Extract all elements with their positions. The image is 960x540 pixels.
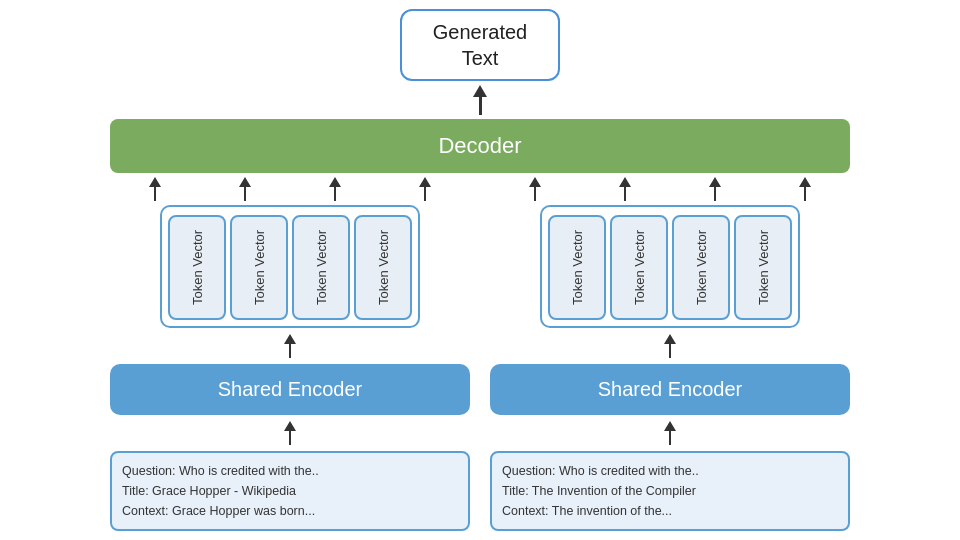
decoder-label: Decoder (438, 133, 521, 158)
left-encoder-box: Shared Encoder (110, 364, 470, 415)
arrow-head (664, 334, 676, 344)
arrows-to-decoder-row (110, 175, 850, 203)
right-token-group: Token Vector Token Vector Token Vector T… (540, 205, 800, 328)
left-input-arrow (284, 421, 296, 445)
tv-label-4: Token Vector (376, 230, 391, 305)
decoder-box: Decoder (110, 119, 850, 173)
encoders-row: Shared Encoder Shared Encoder (110, 364, 850, 415)
arrow-tv-8 (799, 177, 811, 201)
arrow-head (799, 177, 811, 187)
arrow-shaft (714, 187, 717, 201)
arrows-input-to-encoder (110, 418, 850, 448)
token-vector-8: Token Vector (734, 215, 792, 320)
arrow-shaft (244, 187, 247, 201)
right-encoder-arrow (664, 334, 676, 358)
right-input-arrow (664, 421, 676, 445)
arrow-head (473, 85, 487, 97)
right-encoder-label: Shared Encoder (598, 378, 743, 400)
generated-text-box: Generated Text (400, 9, 560, 81)
left-token-group: Token Vector Token Vector Token Vector T… (160, 205, 420, 328)
arrow-head (619, 177, 631, 187)
arrow-shaft (669, 344, 672, 358)
right-arrows-top (490, 177, 850, 201)
token-vector-5: Token Vector (548, 215, 606, 320)
arrow-tv-7 (709, 177, 721, 201)
left-input-line2: Title: Grace Hopper - Wikipedia (122, 484, 296, 498)
arrow-shaft (154, 187, 157, 201)
arrow-head (284, 421, 296, 431)
arrow-head (529, 177, 541, 187)
tv-label-8: Token Vector (756, 230, 771, 305)
generated-text-line1: Generated (433, 21, 528, 43)
arrow-shaft (804, 187, 807, 201)
left-encoder-label: Shared Encoder (218, 378, 363, 400)
arrow-tv-6 (619, 177, 631, 201)
token-vector-2: Token Vector (230, 215, 288, 320)
arrow-shaft (334, 187, 337, 201)
tv-label-3: Token Vector (314, 230, 329, 305)
tv-label-2: Token Vector (252, 230, 267, 305)
left-token-group-wrapper: Token Vector Token Vector Token Vector T… (110, 205, 470, 328)
arrow-shaft (669, 431, 672, 445)
token-vector-1: Token Vector (168, 215, 226, 320)
right-input-box: Question: Who is credited with the.. Tit… (490, 451, 850, 531)
left-input-box: Question: Who is credited with the.. Tit… (110, 451, 470, 531)
left-encoder-arrow (284, 334, 296, 358)
arrow-head (284, 334, 296, 344)
token-vector-4: Token Vector (354, 215, 412, 320)
right-group-arrows-top (490, 175, 850, 203)
token-vector-3: Token Vector (292, 215, 350, 320)
generated-text-line2: Text (462, 47, 499, 69)
tv-label-6: Token Vector (632, 230, 647, 305)
arrow-head (709, 177, 721, 187)
left-input-arrow-wrapper (110, 418, 470, 448)
right-input-line2: Title: The Invention of the Compiler (502, 484, 696, 498)
arrow-shaft (534, 187, 537, 201)
left-group-arrows-top (110, 175, 470, 203)
arrow-head (419, 177, 431, 187)
left-encoder-arrow-wrapper (110, 331, 470, 361)
token-vector-7: Token Vector (672, 215, 730, 320)
tv-label-7: Token Vector (694, 230, 709, 305)
arrow-tv-5 (529, 177, 541, 201)
diagram: Generated Text Decoder (20, 9, 940, 531)
left-input-line3: Context: Grace Hopper was born... (122, 504, 315, 518)
tv-label-5: Token Vector (570, 230, 585, 305)
tv-label-1: Token Vector (190, 230, 205, 305)
arrow-head (149, 177, 161, 187)
arrows-encoder-to-tv (110, 331, 850, 361)
arrow-tv-4 (419, 177, 431, 201)
token-vectors-row: Token Vector Token Vector Token Vector T… (110, 205, 850, 328)
right-encoder-box: Shared Encoder (490, 364, 850, 415)
arrow-head (664, 421, 676, 431)
right-input-line3: Context: The invention of the... (502, 504, 672, 518)
right-encoder-arrow-wrapper (490, 331, 850, 361)
arrow-shaft (289, 431, 292, 445)
arrow-tv-2 (239, 177, 251, 201)
input-boxes-row: Question: Who is credited with the.. Tit… (110, 451, 850, 531)
right-input-line1: Question: Who is credited with the.. (502, 464, 699, 478)
right-token-group-wrapper: Token Vector Token Vector Token Vector T… (490, 205, 850, 328)
right-input-arrow-wrapper (490, 418, 850, 448)
arrow-tv-3 (329, 177, 341, 201)
arrow-shaft (624, 187, 627, 201)
token-vector-6: Token Vector (610, 215, 668, 320)
arrow-shaft (424, 187, 427, 201)
arrow-head (239, 177, 251, 187)
arrow-head (329, 177, 341, 187)
arrow-shaft (479, 97, 482, 115)
arrow-generated-to-decoder (473, 85, 487, 115)
left-input-line1: Question: Who is credited with the.. (122, 464, 319, 478)
left-arrows-top (110, 177, 470, 201)
arrow-tv-1 (149, 177, 161, 201)
arrow-shaft (289, 344, 292, 358)
